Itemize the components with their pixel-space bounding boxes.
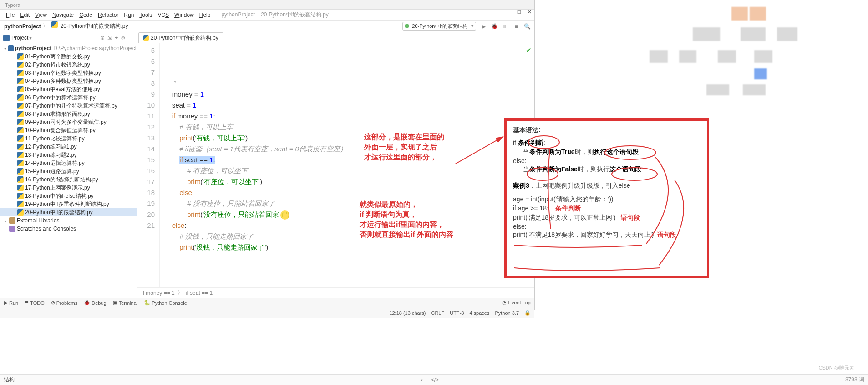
tree-file[interactable]: 09-Python同时为多个变量赋值.py	[0, 118, 137, 126]
crumb-2[interactable]: if seat == 1	[186, 290, 213, 296]
project-tool-header[interactable]: Project ▾ ⊚ ⇲ ÷ ⚙ —	[0, 32, 137, 43]
code-editor[interactable]: 56789101112131415161718192021 ✔ ''' mone…	[137, 43, 534, 287]
tool-run[interactable]: ▶ Run	[4, 300, 18, 306]
settings-gear-icon[interactable]: ⚙	[121, 35, 126, 41]
cursor-highlight	[280, 210, 289, 220]
bottom-code-icon[interactable]: </>	[431, 377, 439, 383]
lock-icon[interactable]: 🔒	[524, 310, 531, 316]
hide-tool-icon[interactable]: —	[128, 35, 134, 41]
file-encoding[interactable]: UTF-8	[450, 310, 464, 316]
project-tree[interactable]: ▾pythonProjectD:\PycharmProjects\pythonP…	[0, 43, 137, 298]
caret-position: 12:18 (13 chars)	[389, 310, 426, 316]
breadcrumb-sep: 〉	[43, 22, 48, 30]
tree-file[interactable]: 13-Python练习题2.py	[0, 151, 137, 159]
tool-terminal[interactable]: ▣ Terminal	[113, 300, 138, 306]
inspection-ok-icon: ✔	[526, 45, 532, 56]
navigation-bar: pythonProject 〉 20-Python中if的嵌套结构.py 20-…	[0, 21, 534, 32]
tree-file[interactable]: 20-Python中if的嵌套结构.py	[0, 208, 137, 216]
project-folder-icon	[3, 35, 10, 41]
menu-view[interactable]: View	[32, 11, 50, 19]
window-title-text: pythonProject – 20-Python中if的嵌套结构.py	[221, 11, 328, 19]
tree-file[interactable]: 07-Python中的几个特殊算术运算符.py	[0, 102, 137, 110]
editor-tab[interactable]: 20-Python中if的嵌套结构.py	[138, 32, 223, 43]
tool-debug[interactable]: 🐞 Debug	[84, 300, 106, 306]
tree-file[interactable]: 12-Python练习题1.py	[0, 143, 137, 151]
window-close[interactable]: ✕	[527, 9, 532, 15]
window-maximize[interactable]: □	[518, 9, 521, 15]
tool-problems[interactable]: ⊘ Problems	[51, 300, 77, 306]
menu-edit[interactable]: Edit	[17, 11, 32, 19]
tree-file[interactable]: 15-Python短路运算.py	[0, 167, 137, 175]
editor-tab-label: 20-Python中if的嵌套结构.py	[151, 34, 218, 42]
indent-setting[interactable]: 4 spaces	[469, 310, 489, 316]
ide-window: Typora — □ ✕ File Edit View Navigate Cod…	[0, 0, 535, 310]
tree-file[interactable]: 17-Python上网案例演示.py	[0, 184, 137, 192]
menu-window[interactable]: Window	[172, 11, 197, 19]
code-content[interactable]: ✔ ''' money = 1 seat = 1 if money == 1: …	[160, 43, 534, 287]
obscured-region	[613, 0, 868, 118]
search-everywhere-button[interactable]: 🔍	[523, 23, 531, 30]
tree-file[interactable]: 11-Python比较运算符.py	[0, 134, 137, 143]
tree-file[interactable]: 08-Python求梯形的面积.py	[0, 110, 137, 118]
collapse-all-icon[interactable]: ÷	[115, 35, 118, 41]
line-separator[interactable]: CRLF	[431, 310, 444, 316]
tree-file[interactable]: 10-Python复合赋值运算符.py	[0, 126, 137, 134]
tree-file[interactable]: 16-Python的if选择判断结构.py	[0, 175, 137, 184]
menu-help[interactable]: Help	[197, 11, 213, 19]
tool-todo[interactable]: ≣ TODO	[25, 300, 45, 306]
tool-python-console[interactable]: 🐍 Python Console	[144, 300, 187, 306]
debug-button[interactable]: 🐞	[491, 23, 498, 30]
editor-area: 20-Python中if的嵌套结构.py 5678910111213141516…	[137, 32, 534, 298]
annotation-text-2: 就类似最原始的， if 判断语句为真， 才运行输出if里面的内容， 否则就直接输…	[360, 200, 453, 240]
tree-file[interactable]: 04-Python多种数据类型转换.py	[0, 77, 137, 85]
expand-all-icon[interactable]: ⇲	[107, 35, 112, 41]
annotation-text-1: 这部分，是嵌套在里面的 外面一层，实现了之后 才运行这里面的部分，	[364, 132, 444, 162]
editor-tab-bar: 20-Python中if的嵌套结构.py	[137, 32, 534, 43]
tree-scratches[interactable]: Scratches and Consoles	[0, 225, 137, 233]
tree-file[interactable]: 18-Python中的if-else结构.py	[0, 192, 137, 200]
line-number-gutter: 56789101112131415161718192021	[137, 43, 160, 287]
tree-file[interactable]: 03-Python幸运数字类型转换.py	[0, 69, 137, 77]
event-log[interactable]: ◔ Event Log	[502, 300, 531, 306]
bottom-prev-icon[interactable]: ‹	[421, 377, 423, 383]
crumb-1[interactable]: if money == 1	[142, 290, 175, 296]
menu-vcs[interactable]: VCS	[155, 11, 172, 19]
run-config-dropdown[interactable]: 20-Python中if的嵌套结构	[402, 22, 476, 31]
syntax-info-panel: 基本语法: if 条件判断: 当条件判断为True时，则执行这个语句段 else…	[504, 118, 709, 278]
tree-file[interactable]: 05-Python中eval方法的使用.py	[0, 85, 137, 93]
breadcrumb-bar: if money == 1 〉 if seat == 1	[137, 287, 534, 298]
menu-refactor[interactable]: Refactor	[95, 11, 121, 19]
bottom-left-label: 结构	[4, 376, 15, 384]
project-tool-title: Project	[11, 35, 28, 41]
app-hint: Typora	[5, 2, 20, 8]
tree-file[interactable]: 06-Python中的算术运算符.py	[0, 93, 137, 102]
menu-code[interactable]: Code	[76, 11, 95, 19]
tree-external-libs[interactable]: ▸External Libraries	[0, 216, 137, 225]
menu-bar: File Edit View Navigate Code Refactor Ru…	[0, 10, 534, 21]
breadcrumb-project[interactable]: pythonProject	[4, 23, 41, 30]
tree-file[interactable]: 02-Python超市收银系统.py	[0, 61, 137, 69]
tree-file[interactable]: 19-Python中if多重条件判断结构.py	[0, 200, 137, 208]
project-dropdown-icon[interactable]: ▾	[29, 35, 32, 41]
bottom-wordcount: 3793 词	[845, 376, 864, 384]
coverage-button[interactable]: �⃫	[502, 23, 509, 30]
run-button[interactable]: ▶	[480, 23, 487, 30]
breadcrumb-file[interactable]: 20-Python中if的嵌套结构.py	[50, 21, 128, 32]
project-sidebar: Project ▾ ⊚ ⇲ ÷ ⚙ — ▾pythonProjectD:\Pyc…	[0, 32, 137, 298]
tree-file[interactable]: 01-Python两个数的交换.py	[0, 52, 137, 61]
status-bar: ▶ Run ≣ TODO ⊘ Problems 🐞 Debug ▣ Termin…	[0, 298, 534, 308]
python-interpreter[interactable]: Python 3.7	[495, 310, 519, 316]
menu-navigate[interactable]: Navigate	[50, 11, 76, 19]
tree-file[interactable]: 14-Python逻辑运算符.py	[0, 159, 137, 167]
python-file-icon	[143, 35, 149, 41]
menu-run[interactable]: Run	[121, 11, 137, 19]
window-title-bar: Typora	[0, 0, 534, 10]
menu-file[interactable]: File	[3, 11, 17, 19]
stop-button[interactable]: ■	[513, 23, 520, 30]
locate-file-icon[interactable]: ⊚	[100, 35, 105, 41]
panel-header: 基本语法:	[513, 126, 700, 134]
window-minimize[interactable]: —	[506, 9, 511, 15]
tree-root[interactable]: ▾pythonProjectD:\PycharmProjects\pythonP…	[0, 44, 137, 52]
menu-tools[interactable]: Tools	[137, 11, 155, 19]
bottom-status-strip: 结构 ‹ </> 3793 词	[0, 374, 868, 385]
